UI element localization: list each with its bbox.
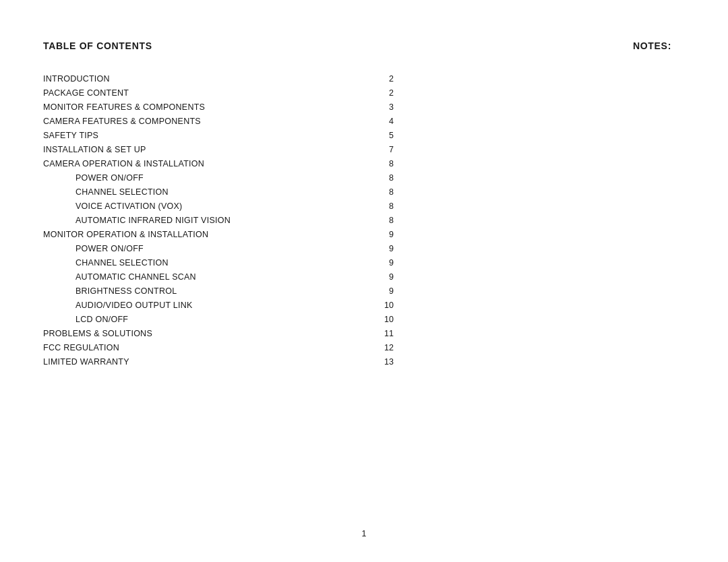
page-number: 1 (362, 529, 367, 538)
toc-row: AUTOMATIC INFRARED NIGIT VISION8 (43, 213, 394, 227)
toc-row: LIMITED WARRANTY13 (43, 354, 394, 369)
toc-page-number: 11 (380, 329, 394, 338)
toc-page-number: 9 (380, 230, 394, 239)
notes-title: NOTES: (633, 40, 685, 51)
toc-page-number: 9 (380, 244, 394, 253)
toc-row: SAFETY TIPS5 (43, 128, 394, 142)
toc-row: AUDIO/VIDEO OUTPUT LINK10 (43, 298, 394, 312)
toc-page-number: 8 (380, 187, 394, 197)
toc-label: SAFETY TIPS (43, 131, 98, 140)
toc-page-number: 12 (380, 343, 394, 352)
toc-page-number: 13 (380, 357, 394, 367)
toc-page-number: 10 (380, 301, 394, 310)
toc-row: BRIGHTNESS CONTROL9 (43, 284, 394, 298)
toc-page-number: 7 (380, 145, 394, 154)
toc-page-number: 8 (380, 201, 394, 211)
toc-page-number: 8 (380, 159, 394, 168)
toc-page-number: 3 (380, 102, 394, 112)
toc-row: PROBLEMS & SOLUTIONS11 (43, 326, 394, 340)
toc-page-number: 9 (380, 272, 394, 282)
toc-row: CHANNEL SELECTION8 (43, 185, 394, 199)
toc-label: POWER ON/OFF (43, 244, 144, 253)
toc-page-number: 5 (380, 131, 394, 140)
page-container: TABLE OF CONTENTS NOTES: INTRODUCTION2PA… (0, 0, 728, 562)
toc-label: CAMERA FEATURES & COMPONENTS (43, 117, 201, 126)
toc-label: CHANNEL SELECTION (43, 187, 169, 197)
toc-page-number: 8 (380, 216, 394, 225)
toc-label: INSTALLATION & SET UP (43, 145, 146, 154)
header-row: TABLE OF CONTENTS NOTES: (43, 40, 685, 51)
toc-label: AUTOMATIC CHANNEL SCAN (43, 272, 196, 282)
toc-page-number: 9 (380, 286, 394, 296)
toc-row: MONITOR OPERATION & INSTALLATION9 (43, 227, 394, 241)
toc-row: MONITOR FEATURES & COMPONENTS3 (43, 100, 394, 114)
toc-row: CAMERA FEATURES & COMPONENTS4 (43, 114, 394, 128)
toc-label: CHANNEL SELECTION (43, 258, 169, 268)
toc-row: LCD ON/OFF10 (43, 312, 394, 326)
toc-title: TABLE OF CONTENTS (43, 40, 152, 51)
toc-label: POWER ON/OFF (43, 173, 144, 183)
toc-row: VOICE ACTIVATION (VOX)8 (43, 199, 394, 213)
toc-label: PROBLEMS & SOLUTIONS (43, 329, 152, 338)
toc-page-number: 4 (380, 117, 394, 126)
toc-row: INTRODUCTION2 (43, 71, 394, 86)
toc-label: INTRODUCTION (43, 74, 110, 84)
toc-row: AUTOMATIC CHANNEL SCAN9 (43, 270, 394, 284)
toc-row: INSTALLATION & SET UP7 (43, 142, 394, 156)
toc-page-number: 2 (380, 74, 394, 84)
toc-page-number: 8 (380, 173, 394, 183)
toc-page-number: 10 (380, 315, 394, 324)
toc-row: CAMERA OPERATION & INSTALLATION8 (43, 156, 394, 170)
toc-label: FCC REGULATION (43, 343, 119, 352)
toc-label: AUTOMATIC INFRARED NIGIT VISION (43, 216, 231, 225)
toc-row: CHANNEL SELECTION9 (43, 255, 394, 270)
toc-label: BRIGHTNESS CONTROL (43, 286, 177, 296)
toc-row: PACKAGE CONTENT2 (43, 86, 394, 100)
toc-label: LIMITED WARRANTY (43, 357, 129, 367)
toc-label: MONITOR FEATURES & COMPONENTS (43, 102, 205, 112)
toc-row: FCC REGULATION12 (43, 340, 394, 354)
toc-label: VOICE ACTIVATION (VOX) (43, 201, 183, 211)
toc-page-number: 2 (380, 88, 394, 98)
toc-content: INTRODUCTION2PACKAGE CONTENT2MONITOR FEA… (43, 71, 394, 369)
toc-page-number: 9 (380, 258, 394, 268)
toc-row: POWER ON/OFF8 (43, 170, 394, 185)
toc-label: AUDIO/VIDEO OUTPUT LINK (43, 301, 193, 310)
toc-label: CAMERA OPERATION & INSTALLATION (43, 159, 204, 168)
toc-row: POWER ON/OFF9 (43, 241, 394, 255)
toc-label: PACKAGE CONTENT (43, 88, 129, 98)
toc-label: LCD ON/OFF (43, 315, 128, 324)
toc-label: MONITOR OPERATION & INSTALLATION (43, 230, 208, 239)
